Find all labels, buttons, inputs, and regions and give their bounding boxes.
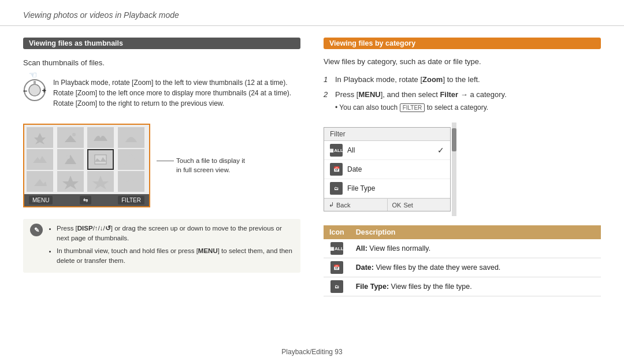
tip-list: Press [DISP/↑/↓/↺] or drag the screen up…: [49, 224, 294, 266]
filter-ok-btn[interactable]: OK Set: [388, 199, 451, 211]
col-desc-header: Description: [350, 225, 601, 239]
thumb-cell: [27, 171, 53, 192]
tip-icon: ✎: [30, 224, 43, 236]
share-button[interactable]: ⇆: [80, 196, 91, 205]
table-row-all: ▦ALL All: View files normally.: [324, 239, 601, 258]
thumb-cell: [57, 149, 84, 170]
menu-button[interactable]: MENU: [29, 196, 53, 205]
table-header-row: Icon Description: [324, 225, 601, 239]
thumbnail-grid-container: MENU ⇆ FILTER: [23, 124, 150, 207]
filter-checkmark: ✓: [437, 146, 444, 155]
thumbnail-grid: [24, 125, 149, 194]
row-all-icon: ▦ALL: [324, 239, 350, 258]
row-all-desc: All: View files normally.: [350, 239, 601, 258]
filter-inline-badge: FILTER: [400, 103, 425, 112]
table-header: Icon Description: [324, 225, 601, 239]
camera-toolbar: MENU ⇆ FILTER: [24, 194, 149, 206]
filter-footer: ↲ Back OK Set: [324, 198, 450, 211]
col-icon-header: Icon: [324, 225, 350, 239]
row-date-icon: 📅: [324, 258, 350, 277]
filetype-icon: 🗂: [330, 182, 343, 195]
touch-callout: Touch a file to display it in full scree…: [157, 156, 251, 174]
right-section-badge: Viewing files by category: [324, 38, 601, 49]
filter-label-date: Date: [347, 165, 362, 173]
svg-marker-7: [62, 176, 79, 190]
step-2: 2 Press [MENU], and then select Filter →…: [324, 89, 601, 101]
thumb-cell: [87, 127, 114, 148]
filter-button[interactable]: FILTER: [118, 196, 144, 205]
filter-mock-panel: Filter ▦ALL All ✓ 📅 Date 🗂 File Type ↲: [324, 127, 451, 211]
page-number: Playback/Editing 93: [281, 348, 342, 356]
left-column: Viewing files as thumbnails Scan thumbna…: [23, 38, 300, 332]
plus-label: +: [42, 86, 46, 95]
thumb-cell: [118, 127, 144, 148]
filter-item-date[interactable]: 📅 Date: [324, 160, 450, 179]
thumb-cell: [87, 171, 114, 192]
date-icon: 📅: [330, 163, 343, 176]
tip-item-2: In thumbnail view, touch and hold files …: [57, 246, 294, 266]
scrollbar-thumb: [452, 128, 456, 151]
thumb-cell: [118, 149, 144, 170]
left-section-badge: Viewing files as thumbnails: [23, 38, 300, 49]
filter-panel-header: Filter: [324, 128, 450, 141]
icon-description-table: Icon Description ▦ALL All: View files no…: [324, 225, 601, 296]
thumb-cell: [57, 127, 84, 148]
page-header: Viewing photos or videos in Playback mod…: [0, 0, 624, 26]
tip-item-1: Press [DISP/↑/↓/↺] or drag the screen up…: [57, 224, 294, 244]
tip-box: ✎ Press [DISP/↑/↓/↺] or drag the screen …: [23, 219, 300, 273]
step-1: 1 In Playback mode, rotate [Zoom] to the…: [324, 74, 601, 86]
tip-content: Press [DISP/↑/↓/↺] or drag the screen up…: [49, 224, 294, 268]
ok-label: OK: [392, 202, 402, 209]
step-1-text: In Playback mode, rotate [Zoom] to the l…: [335, 74, 480, 86]
set-label: Set: [403, 202, 413, 209]
thumb-cell-selected: [87, 149, 114, 170]
thumb-cell: [57, 171, 84, 192]
view-files-desc: View files by category, such as date or …: [324, 57, 601, 66]
page-footer: Playback/Editing 93: [0, 348, 624, 356]
filter-label-filetype: File Type: [347, 184, 375, 192]
zoom-text: In Playback mode, rotate [Zoom] to the l…: [53, 77, 300, 109]
filter-item-filetype[interactable]: 🗂 File Type: [324, 179, 450, 198]
scan-text: Scan thumbnails of files.: [23, 58, 300, 67]
svg-point-4: [72, 133, 76, 136]
step-1-num: 1: [324, 75, 332, 84]
thumb-cell: [118, 171, 144, 192]
main-content: Viewing files as thumbnails Scan thumbna…: [0, 26, 624, 344]
filter-back-btn[interactable]: ↲ Back: [324, 199, 388, 211]
row-filetype-icon: 🗂: [324, 277, 350, 296]
all-icon: ▦ALL: [330, 144, 343, 157]
step-2-sub: • You can also touch FILTER to select a …: [335, 103, 601, 112]
right-column: Viewing files by category View files by …: [324, 38, 601, 332]
callout-text: Touch a file to display it in full scree…: [176, 156, 251, 174]
filter-item-all[interactable]: ▦ALL All ✓: [324, 141, 450, 160]
filter-panel-wrapper: Filter ▦ALL All ✓ 📅 Date 🗂 File Type ↲: [324, 122, 456, 216]
numbered-steps: 1 In Playback mode, rotate [Zoom] to the…: [324, 74, 601, 112]
table-body: ▦ALL All: View files normally. 📅 Date: V…: [324, 239, 601, 296]
filter-label-all: All: [347, 146, 355, 154]
table-row-filetype: 🗂 File Type: View files by the file type…: [324, 277, 601, 296]
callout-line: [157, 161, 174, 161]
scrollbar[interactable]: [452, 122, 456, 216]
svg-point-5: [66, 155, 70, 159]
filter-back-label: Back: [336, 202, 350, 209]
svg-point-1: [29, 84, 40, 96]
thumbnail-grid-wrapper: MENU ⇆ FILTER Touch a file to display it…: [23, 121, 162, 207]
step-2-num: 2: [324, 90, 332, 99]
svg-marker-3: [34, 133, 46, 144]
zoom-instruction: ☜ – + In Playback mode, rotate [Zoom] to…: [23, 77, 300, 109]
step-2-text: Press [MENU], and then select Filter → a…: [335, 89, 507, 101]
table-row-date: 📅 Date: View files by the date they were…: [324, 258, 601, 277]
thumb-cell: [27, 127, 53, 148]
thumb-cell: [27, 149, 53, 170]
minus-label: –: [23, 86, 27, 95]
svg-rect-2: [34, 81, 36, 84]
back-arrow-icon: ↲: [329, 201, 334, 209]
zoom-dial: ☜ – +: [23, 77, 46, 103]
page-title: Viewing photos or videos in Playback mod…: [23, 10, 179, 20]
svg-marker-8: [92, 176, 109, 190]
hand-icon: ☜: [29, 69, 37, 80]
row-date-desc: Date: View files by the date they were s…: [350, 258, 601, 277]
row-filetype-desc: File Type: View files by the file type.: [350, 277, 601, 296]
